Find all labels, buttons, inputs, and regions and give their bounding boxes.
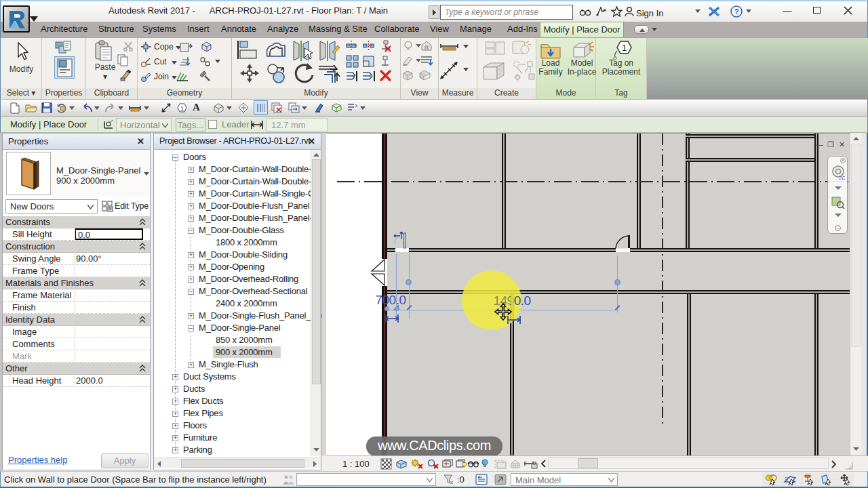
svg-text:1: 1: [180, 105, 184, 112]
svg-text:?: ?: [734, 7, 739, 16]
svg-text:2D: 2D: [838, 175, 845, 180]
svg-text:1: 1: [622, 43, 627, 53]
